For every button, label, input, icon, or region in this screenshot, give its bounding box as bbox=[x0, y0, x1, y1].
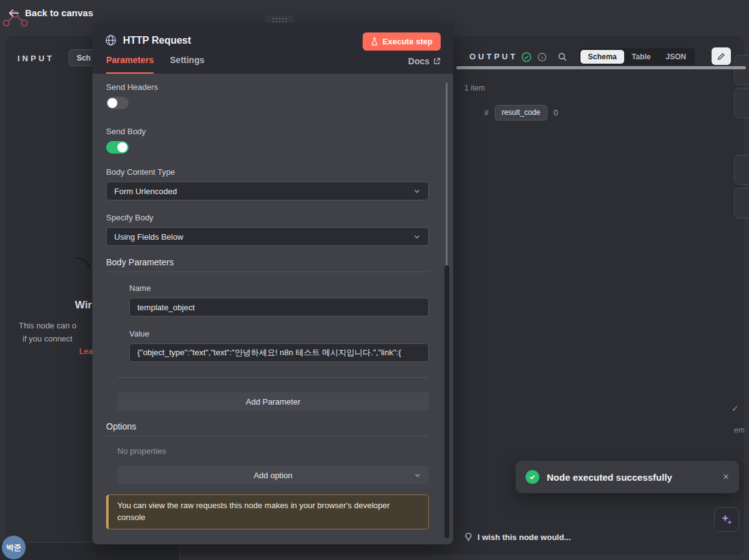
node-title: HTTP Request bbox=[123, 35, 191, 46]
tab-parameters[interactable]: Parameters bbox=[106, 55, 154, 74]
schema-row: # result_code 0 bbox=[484, 105, 558, 120]
globe-icon bbox=[105, 34, 117, 46]
input-display-mode-tab[interactable]: Sch bbox=[69, 49, 92, 66]
pencil-icon bbox=[717, 52, 725, 61]
tab-json[interactable]: JSON bbox=[658, 50, 693, 64]
drag-dots-icon bbox=[273, 18, 286, 22]
n8n-node-detail-view: Back to canvas ✓ em INPUT Sch Wir This n… bbox=[0, 0, 749, 560]
docs-link[interactable]: Docs bbox=[408, 56, 441, 66]
edit-output-button[interactable] bbox=[712, 47, 731, 65]
divider bbox=[117, 377, 429, 378]
body-content-type-value: Form Urlencoded bbox=[114, 187, 177, 196]
check-circle-icon bbox=[521, 52, 532, 62]
modal-tabs: Parameters Settings bbox=[106, 55, 205, 74]
send-body-label: Send Body bbox=[106, 127, 429, 136]
param-value-label: Value bbox=[129, 329, 429, 338]
modal-header: HTTP Request Execute step Parameters Set… bbox=[92, 22, 453, 74]
output-display-mode-tabs: Schema Table JSON bbox=[579, 48, 695, 65]
tab-table[interactable]: Table bbox=[624, 50, 658, 64]
hash-icon: # bbox=[484, 109, 489, 117]
raw-requests-notice: You can view the raw requests this node … bbox=[106, 494, 429, 529]
input-panel: INPUT Sch Wir This node can o if you con… bbox=[5, 36, 92, 543]
send-headers-toggle[interactable] bbox=[106, 97, 129, 109]
arrow-left-icon bbox=[9, 9, 19, 17]
divider bbox=[106, 272, 429, 272]
chevron-down-icon bbox=[413, 233, 421, 240]
back-to-canvas-label: Back to canvas bbox=[25, 7, 93, 18]
send-headers-label: Send Headers bbox=[106, 82, 429, 92]
search-icon[interactable] bbox=[557, 52, 567, 62]
user-avatar[interactable]: 박준 bbox=[2, 536, 26, 559]
no-properties-text: No properties bbox=[117, 446, 429, 456]
tab-schema[interactable]: Schema bbox=[580, 50, 624, 64]
edge-text-fragment: em bbox=[734, 426, 745, 435]
canvas-panel-fragment bbox=[0, 542, 180, 560]
output-horizontal-scrollbar[interactable] bbox=[456, 66, 746, 69]
http-request-node-modal: HTTP Request Execute step Parameters Set… bbox=[92, 22, 453, 544]
toggle-knob bbox=[117, 142, 127, 152]
edge-card-fragment bbox=[734, 88, 749, 118]
divider bbox=[106, 436, 429, 436]
specify-body-label: Specify Body bbox=[106, 213, 429, 222]
output-panel-title: OUTPUT bbox=[469, 52, 517, 61]
tab-settings[interactable]: Settings bbox=[170, 55, 204, 74]
ai-assistant-button[interactable] bbox=[714, 507, 739, 532]
body-content-type-select[interactable]: Form Urlencoded bbox=[106, 182, 429, 200]
lightbulb-icon bbox=[464, 532, 472, 542]
external-link-icon bbox=[433, 57, 441, 65]
node-wish-prompt[interactable]: I wish this node would... bbox=[464, 532, 571, 542]
add-option-select[interactable]: Add option bbox=[117, 466, 429, 484]
body-parameters-heading: Body Parameters bbox=[106, 257, 429, 267]
specify-body-value: Using Fields Below bbox=[114, 232, 184, 242]
toast-message: Node executed successfully bbox=[547, 472, 715, 483]
input-empty-text-line2: if you connect bbox=[22, 334, 72, 343]
param-name-input[interactable] bbox=[129, 298, 429, 317]
options-heading: Options bbox=[106, 421, 429, 431]
check-icon: ✓ bbox=[732, 403, 739, 413]
specify-body-select[interactable]: Using Fields Below bbox=[106, 227, 429, 246]
input-empty-text-line1: This node can o bbox=[19, 321, 77, 330]
schema-value: 0 bbox=[554, 108, 558, 117]
flask-icon bbox=[371, 37, 378, 46]
sparkles-icon bbox=[720, 513, 733, 526]
edge-card-fragment bbox=[734, 188, 749, 219]
check-circle-icon bbox=[526, 470, 539, 484]
execute-step-button[interactable]: Execute step bbox=[363, 32, 441, 51]
input-learn-more-link[interactable]: Lea bbox=[79, 346, 92, 356]
chevron-down-icon bbox=[414, 471, 421, 479]
add-option-label: Add option bbox=[253, 471, 292, 480]
modal-parameters-body: Send Headers Send Body Body Content Type… bbox=[92, 74, 453, 544]
body-content-type-label: Body Content Type bbox=[106, 167, 429, 177]
modal-scrollbar-thumb[interactable] bbox=[444, 265, 449, 538]
add-parameter-button[interactable]: Add Parameter bbox=[117, 392, 429, 411]
edge-card-fragment bbox=[734, 155, 749, 185]
docs-label: Docs bbox=[408, 56, 429, 66]
wire-arrow-icon bbox=[74, 255, 92, 271]
edge-card-fragment bbox=[734, 55, 749, 85]
parameter-item: Name Value bbox=[129, 283, 429, 362]
input-empty-headline: Wir bbox=[75, 299, 92, 312]
output-items-count: 1 item bbox=[464, 84, 485, 92]
back-to-canvas-button[interactable]: Back to canvas bbox=[9, 7, 93, 18]
send-body-toggle[interactable] bbox=[106, 141, 129, 154]
toggle-knob bbox=[107, 98, 117, 108]
param-value-input[interactable] bbox=[129, 343, 429, 362]
wish-text: I wish this node would... bbox=[477, 533, 571, 542]
close-icon[interactable]: × bbox=[723, 471, 729, 483]
input-panel-title: INPUT bbox=[17, 54, 54, 63]
execute-step-label: Execute step bbox=[383, 37, 433, 46]
chevron-down-icon bbox=[413, 187, 421, 195]
info-circle-icon[interactable] bbox=[537, 52, 547, 62]
success-toast: Node executed successfully × bbox=[516, 461, 739, 493]
schema-key-pill[interactable]: result_code bbox=[495, 105, 547, 120]
param-name-label: Name bbox=[129, 283, 429, 293]
